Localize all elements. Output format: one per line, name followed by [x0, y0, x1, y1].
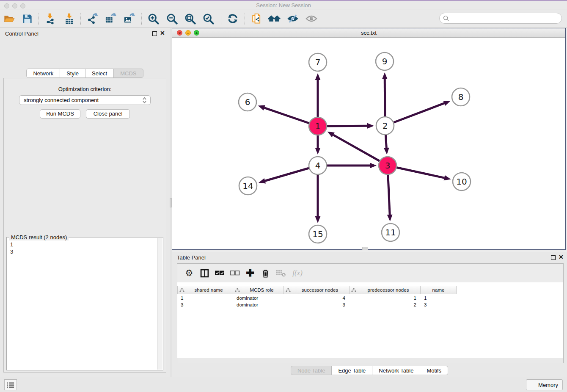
- tab-node-table[interactable]: Node Table: [291, 366, 332, 375]
- zoom-in-button[interactable]: [146, 12, 160, 25]
- cell-mcds-role[interactable]: dominator: [237, 302, 258, 307]
- delete-table-button[interactable]: [273, 267, 288, 279]
- first-neighbors-button[interactable]: [267, 12, 281, 25]
- add-column-button[interactable]: ✚: [242, 267, 258, 279]
- tab-mcds[interactable]: MCDS: [114, 69, 143, 78]
- new-network-from-selection-button[interactable]: [250, 12, 263, 25]
- memory-label: Memory: [538, 382, 558, 388]
- sort-icon: [179, 287, 184, 293]
- tab-select[interactable]: Select: [85, 69, 114, 78]
- memory-button[interactable]: Memory: [526, 379, 563, 390]
- function-builder-button[interactable]: f(x): [288, 267, 307, 279]
- columns-icon: [200, 269, 209, 278]
- control-panel-title: Control Panel: [5, 30, 39, 37]
- graph-edge-2-8[interactable]: [385, 103, 444, 126]
- toolbar-separator: [221, 13, 221, 25]
- graph-node-14[interactable]: 14: [239, 177, 257, 195]
- criterion-dropdown[interactable]: strongly connected component: [19, 95, 151, 105]
- table-panel-header: Table Panel ✕: [172, 252, 567, 264]
- export-image-button[interactable]: [122, 12, 136, 25]
- column-header-predecessor-nodes[interactable]: predecessor nodes: [350, 286, 421, 294]
- hide-selected-button[interactable]: [286, 12, 300, 25]
- show-all-button[interactable]: [305, 12, 318, 25]
- task-history-button[interactable]: [4, 379, 17, 390]
- graph-node-11[interactable]: 11: [382, 224, 399, 241]
- float-panel-icon[interactable]: [551, 255, 556, 260]
- zoom-out-button[interactable]: [165, 12, 179, 25]
- column-header-shared-name[interactable]: shared name: [177, 286, 233, 294]
- svg-text:14: 14: [242, 181, 253, 191]
- graph-node-8[interactable]: 8: [452, 88, 470, 106]
- graph-node-4[interactable]: 4: [309, 157, 327, 174]
- divider-handle[interactable]: [362, 247, 368, 250]
- network-window-titlebar[interactable]: × − + scc.txt: [172, 28, 565, 38]
- float-panel-icon[interactable]: [152, 31, 157, 36]
- cell-mcds-role[interactable]: dominator: [237, 295, 258, 301]
- save-session-button[interactable]: [20, 12, 34, 25]
- fit-content-icon: [184, 13, 196, 25]
- export-table-button[interactable]: [104, 12, 117, 25]
- unselect-all-button[interactable]: [227, 267, 242, 279]
- search-input[interactable]: [439, 13, 562, 24]
- zoom-selected-button[interactable]: [201, 12, 215, 25]
- tab-style[interactable]: Style: [60, 69, 85, 78]
- graph-node-1[interactable]: 1: [309, 117, 327, 135]
- import-table-icon: [63, 13, 75, 25]
- close-panel-button[interactable]: Close panel: [86, 109, 130, 119]
- column-header-name[interactable]: name: [421, 286, 457, 294]
- graph-node-2[interactable]: 2: [376, 117, 394, 135]
- import-table-button[interactable]: [63, 12, 76, 25]
- export-network-button[interactable]: [85, 12, 99, 25]
- graph-node-10[interactable]: 10: [453, 173, 471, 190]
- cell-predecessor-nodes[interactable]: 1: [350, 295, 416, 301]
- tab-network-table[interactable]: Network Table: [372, 366, 420, 375]
- run-mcds-button[interactable]: Run MCDS: [40, 109, 80, 119]
- table-row[interactable]: 3 dominator 3 2 3: [177, 302, 563, 309]
- import-network-button[interactable]: [43, 12, 57, 25]
- delete-column-button[interactable]: [258, 267, 273, 279]
- node-table-area: ⚙: [177, 263, 564, 363]
- table-row[interactable]: 1 dominator 4 1 1: [177, 295, 563, 302]
- cell-successor-nodes[interactable]: 3: [284, 302, 345, 307]
- tab-network[interactable]: Network: [26, 69, 60, 78]
- cell-name[interactable]: 3: [424, 302, 427, 307]
- toolbar-separator: [80, 13, 81, 25]
- network-graph[interactable]: 7968124314101511: [172, 38, 565, 250]
- export-image-icon: [123, 13, 135, 25]
- graph-node-7[interactable]: 7: [309, 53, 327, 71]
- table-horizontal-scrollbar[interactable]: [177, 358, 563, 363]
- fit-content-button[interactable]: [183, 12, 197, 25]
- table-tabs: Node Table Edge Table Network Table Moti…: [172, 366, 567, 375]
- close-panel-icon[interactable]: ✕: [559, 254, 564, 260]
- graph-node-15[interactable]: 15: [309, 225, 327, 243]
- cell-shared-name[interactable]: 3: [181, 302, 183, 307]
- toolbar-separator: [38, 13, 39, 25]
- graph-node-3[interactable]: 3: [379, 157, 396, 174]
- export-table-icon: [105, 13, 116, 25]
- svg-text:3: 3: [385, 160, 391, 171]
- close-panel-icon[interactable]: ✕: [160, 30, 165, 36]
- column-header-successor-nodes[interactable]: successor nodes: [284, 286, 350, 294]
- refresh-button[interactable]: [226, 12, 239, 25]
- tab-edge-table[interactable]: Edge Table: [332, 366, 372, 375]
- refresh-icon: [227, 13, 239, 25]
- mcds-result-text[interactable]: 1 3: [7, 238, 157, 370]
- table-panel: Table Panel ✕ ⚙: [172, 252, 567, 377]
- tab-motifs[interactable]: Motifs: [420, 366, 448, 375]
- table-toolbar: ⚙: [177, 264, 563, 282]
- select-all-button[interactable]: [212, 267, 227, 279]
- network-canvas[interactable]: 7968124314101511: [172, 38, 565, 249]
- cell-name[interactable]: 1: [424, 295, 427, 301]
- open-file-button[interactable]: [3, 12, 16, 25]
- graph-node-9[interactable]: 9: [376, 52, 394, 70]
- graph-node-6[interactable]: 6: [239, 93, 256, 111]
- cell-predecessor-nodes[interactable]: 2: [350, 302, 416, 307]
- cell-successor-nodes[interactable]: 4: [284, 295, 345, 301]
- table-options-button[interactable]: ⚙: [182, 267, 197, 279]
- show-columns-button[interactable]: [197, 267, 212, 279]
- optimization-criterion-label: Optimization criterion:: [4, 86, 166, 92]
- cell-shared-name[interactable]: 1: [181, 295, 183, 301]
- column-header-mcds-role[interactable]: MCDS role: [233, 286, 284, 294]
- column-label: name: [421, 287, 456, 293]
- result-scrollbar[interactable]: [157, 238, 162, 370]
